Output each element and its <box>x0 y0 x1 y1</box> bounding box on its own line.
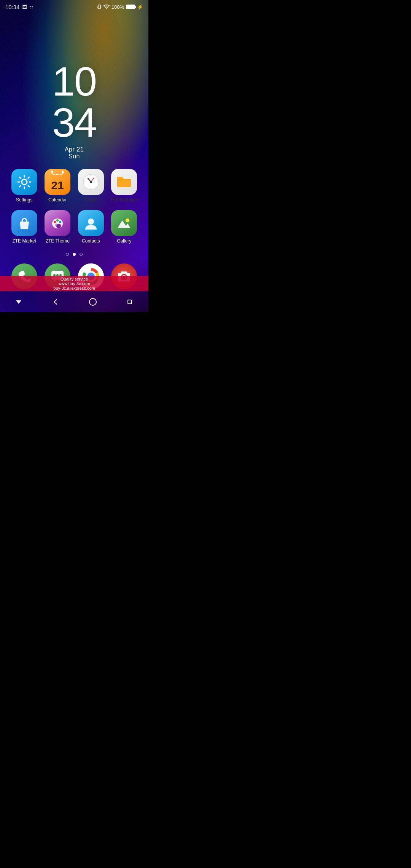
svg-point-33 <box>127 274 128 275</box>
calendar-app-icon: ▪▪▪▪▪▪▪ 21 <box>45 169 70 195</box>
app-row-2: ZTE中兴 ZTE Market ZTE Theme <box>8 210 141 244</box>
svg-point-20 <box>55 224 57 227</box>
clock-minute: 34 <box>0 102 148 143</box>
svg-point-22 <box>126 219 129 222</box>
image-icon: 🖼 <box>22 4 27 10</box>
status-left: 10:34 🖼 ⚏ <box>5 4 33 10</box>
app-ztemarket[interactable]: ZTE中兴 ZTE Market <box>9 210 40 244</box>
page-dot-1[interactable] <box>66 253 69 256</box>
page-dot-3[interactable] <box>80 253 83 256</box>
clock-label: Clock <box>85 197 97 203</box>
svg-rect-0 <box>98 5 100 9</box>
svg-point-9 <box>90 181 92 183</box>
svg-rect-35 <box>128 300 132 304</box>
status-bar: 10:34 🖼 ⚏ 100% <box>0 0 148 14</box>
ad-banner: Quality service www.buy-3c.com buy-3c.al… <box>0 276 148 291</box>
charge-icon: ⚡ <box>137 4 143 10</box>
nav-down-button[interactable] <box>11 294 26 310</box>
svg-point-21 <box>88 219 94 225</box>
svg-rect-3 <box>101 6 101 6</box>
ad-line2: www.buy-3c.com <box>0 281 148 286</box>
calendar-label: Calendar <box>48 197 67 203</box>
ztemarket-app-icon: ZTE中兴 <box>11 210 37 236</box>
ad-line1: Quality service <box>0 277 148 281</box>
svg-rect-1 <box>97 6 98 6</box>
app-settings[interactable]: Settings <box>9 169 40 203</box>
clock-hour: 10 <box>0 61 148 102</box>
app-clock[interactable]: Clock <box>76 169 106 203</box>
battery-percent: 100% <box>112 4 124 10</box>
svg-rect-2 <box>97 7 98 8</box>
gallery-app-icon <box>111 210 137 236</box>
wifi-icon <box>104 5 110 9</box>
ztetheme-app-icon <box>45 210 70 236</box>
app-contacts[interactable]: Contacts <box>76 210 106 244</box>
nav-back-button[interactable] <box>48 294 63 310</box>
svg-point-16 <box>56 219 59 222</box>
ad-line3: buy-3c.aliexpress.com <box>0 286 148 290</box>
settings-app-icon <box>11 169 37 195</box>
svg-point-5 <box>22 179 27 185</box>
app-grid: Settings ▪▪▪▪▪▪▪ 21 Calendar <box>0 169 148 251</box>
battery-icon <box>126 5 135 9</box>
svg-point-17 <box>59 221 61 223</box>
calendar-top: ▪▪▪▪▪▪▪ <box>45 172 70 176</box>
clock-date: Apr 21 Sun <box>0 146 148 160</box>
app-ztetheme[interactable]: ZTE Theme <box>42 210 73 244</box>
filemanager-app-icon <box>111 169 137 195</box>
gallery-label: Gallery <box>117 238 131 244</box>
ztetheme-label: ZTE Theme <box>46 238 70 244</box>
vibrate-icon <box>97 4 102 10</box>
calendar-number: 21 <box>45 179 70 192</box>
page-dot-2[interactable] <box>73 253 76 256</box>
app-calendar[interactable]: ▪▪▪▪▪▪▪ 21 Calendar <box>42 169 73 203</box>
page-dots <box>0 253 148 256</box>
ztemarket-label: ZTE Market <box>12 238 36 244</box>
app-gallery[interactable]: Gallery <box>109 210 139 244</box>
filemanager-label: File Manager <box>111 197 137 203</box>
app-filemanager[interactable]: File Manager <box>109 169 139 203</box>
svg-rect-4 <box>101 7 101 8</box>
nav-home-button[interactable] <box>85 294 100 310</box>
svg-point-34 <box>89 298 96 305</box>
contacts-label: Contacts <box>82 238 100 244</box>
settings-label: Settings <box>16 197 32 203</box>
grid-icon: ⚏ <box>29 4 33 10</box>
nav-bar <box>0 291 148 312</box>
contacts-app-icon <box>78 210 104 236</box>
app-row-1: Settings ▪▪▪▪▪▪▪ 21 Calendar <box>8 169 141 203</box>
clock-widget: 10 34 Apr 21 Sun <box>0 61 148 160</box>
svg-point-15 <box>54 221 56 223</box>
clock-app-icon <box>78 169 104 195</box>
time-display: 10:34 <box>5 4 20 10</box>
nav-recent-button[interactable] <box>122 294 137 310</box>
status-right: 100% ⚡ <box>97 4 143 10</box>
